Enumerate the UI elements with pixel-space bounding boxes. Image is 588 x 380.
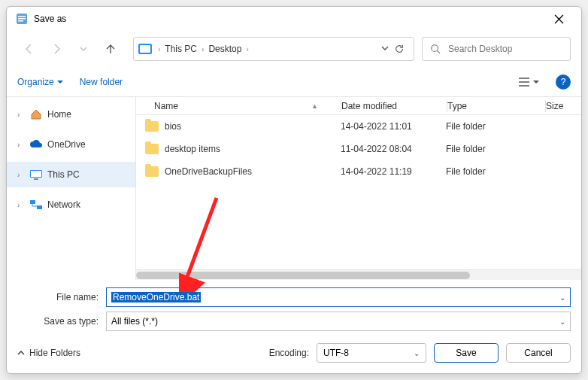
cancel-button[interactable]: Cancel: [506, 343, 571, 363]
chevron-right-icon: ›: [200, 45, 205, 53]
svg-rect-6: [31, 171, 41, 177]
help-icon: ?: [561, 77, 566, 87]
pc-icon: [29, 169, 43, 181]
pc-icon: [138, 44, 152, 54]
view-options-button[interactable]: [518, 77, 539, 87]
column-date[interactable]: Date modified: [341, 101, 447, 111]
encoding-value: UTF-8: [323, 348, 349, 358]
back-button[interactable]: [17, 37, 41, 61]
filename-input[interactable]: RemoveOneDrive.bat ⌄: [106, 287, 571, 307]
sidebar-item-label: This PC: [47, 169, 80, 180]
svg-rect-3: [18, 20, 23, 22]
chevron-down-icon[interactable]: ⌄: [559, 318, 565, 326]
form-area: File name: RemoveOneDrive.bat ⌄ Save as …: [7, 280, 581, 336]
svg-rect-7: [34, 178, 38, 180]
chevron-right-icon: ›: [156, 45, 162, 53]
new-folder-button[interactable]: New folder: [80, 77, 123, 87]
search-placeholder: Search Desktop: [448, 44, 512, 54]
close-icon: [554, 14, 564, 24]
breadcrumb[interactable]: › This PC › Desktop ›: [133, 37, 414, 61]
chevron-right-icon: ›: [17, 171, 25, 179]
hide-folders-button[interactable]: Hide Folders: [17, 348, 80, 358]
save-button[interactable]: Save: [434, 343, 499, 363]
sidebar-item-label: Network: [47, 199, 80, 210]
file-date: 14-04-2022 11:01: [341, 121, 446, 132]
filename-label: File name:: [17, 292, 99, 302]
sidebar-item-onedrive[interactable]: › OneDrive: [7, 132, 135, 157]
file-type: File folder: [446, 121, 544, 132]
saveastype-value: All files (*.*): [111, 316, 158, 327]
column-name[interactable]: Name▲: [136, 101, 341, 111]
app-icon: [16, 13, 28, 25]
svg-rect-1: [18, 16, 26, 17]
sidebar-item-label: OneDrive: [47, 139, 86, 150]
svg-rect-2: [18, 18, 26, 20]
breadcrumb-seg-desktop[interactable]: Desktop: [205, 44, 244, 54]
scrollbar-thumb[interactable]: [136, 272, 470, 279]
breadcrumb-seg-thispc[interactable]: This PC: [162, 44, 200, 54]
arrow-right-icon: [50, 43, 62, 55]
sidebar-item-home[interactable]: › Home: [7, 102, 135, 127]
filename-value: RemoveOneDrive.bat: [111, 292, 201, 302]
title-text: Save as: [34, 14, 545, 24]
refresh-icon[interactable]: [394, 44, 405, 54]
caret-down-icon: [57, 79, 63, 85]
column-size[interactable]: Size: [546, 101, 581, 111]
footer: Hide Folders Encoding: UTF-8 ⌄ Save Canc…: [7, 336, 581, 373]
file-row[interactable]: desktop items 11-04-2022 08:04 File fold…: [136, 138, 581, 160]
chevron-down-icon: [79, 44, 88, 53]
network-icon: [29, 199, 43, 211]
svg-rect-8: [30, 200, 35, 204]
save-as-dialog: Save as › This PC › Desktop › Search Des…: [6, 6, 582, 374]
chevron-down-icon[interactable]: ⌄: [559, 293, 565, 302]
search-icon: [430, 44, 441, 54]
arrow-left-icon: [23, 43, 35, 55]
arrow-up-icon: [105, 43, 117, 55]
folder-icon: [145, 121, 159, 132]
cloud-icon: [29, 138, 43, 150]
titlebar: Save as: [7, 7, 581, 31]
file-date: 11-04-2022 08:04: [341, 144, 446, 154]
file-type: File folder: [446, 144, 544, 154]
sidebar-item-label: Home: [47, 109, 71, 120]
file-date: 14-04-2022 11:19: [341, 166, 446, 177]
folder-icon: [145, 144, 159, 154]
up-button[interactable]: [99, 37, 123, 61]
sidebar-item-network[interactable]: › Network: [7, 192, 135, 217]
file-name: bios: [165, 121, 181, 132]
chevron-down-icon: ⌄: [414, 349, 420, 357]
search-input[interactable]: Search Desktop: [422, 37, 571, 61]
file-row[interactable]: bios 14-04-2022 11:01 File folder: [136, 115, 581, 138]
sidebar-item-thispc[interactable]: › This PC: [7, 162, 135, 187]
file-type: File folder: [446, 166, 544, 177]
folder-icon: [145, 166, 159, 177]
chevron-right-icon: ›: [244, 45, 250, 53]
navbar: › This PC › Desktop › Search Desktop: [7, 31, 581, 67]
caret-down-icon: [533, 79, 539, 85]
horizontal-scrollbar[interactable]: [136, 269, 581, 280]
column-headers: Name▲ Date modified Type Size: [136, 97, 581, 115]
home-icon: [29, 108, 43, 120]
chevron-right-icon: ›: [17, 201, 25, 209]
forward-button[interactable]: [44, 37, 68, 61]
chevron-up-icon: [17, 349, 25, 357]
organize-menu[interactable]: Organize: [17, 77, 63, 87]
help-button[interactable]: ?: [556, 74, 571, 90]
close-button[interactable]: [545, 7, 572, 31]
file-name: desktop items: [165, 144, 220, 154]
list-view-icon: [518, 77, 530, 87]
chevron-right-icon: ›: [17, 111, 25, 119]
sidebar: › Home › OneDrive › This PC › Network: [7, 97, 136, 280]
saveastype-label: Save as type:: [17, 316, 99, 327]
chevron-right-icon: ›: [17, 141, 25, 149]
file-list: Name▲ Date modified Type Size bios 14-04…: [136, 97, 581, 280]
chevron-down-icon[interactable]: [380, 44, 389, 53]
column-type[interactable]: Type: [447, 101, 545, 111]
svg-point-4: [432, 45, 438, 52]
file-row[interactable]: OneDriveBackupFiles 14-04-2022 11:19 Fil…: [136, 160, 581, 183]
file-name: OneDriveBackupFiles: [165, 166, 252, 177]
saveastype-combo[interactable]: All files (*.*) ⌄: [106, 312, 571, 331]
recent-button[interactable]: [71, 37, 95, 61]
encoding-select[interactable]: UTF-8 ⌄: [317, 343, 426, 363]
sort-asc-icon: ▲: [311, 102, 318, 110]
